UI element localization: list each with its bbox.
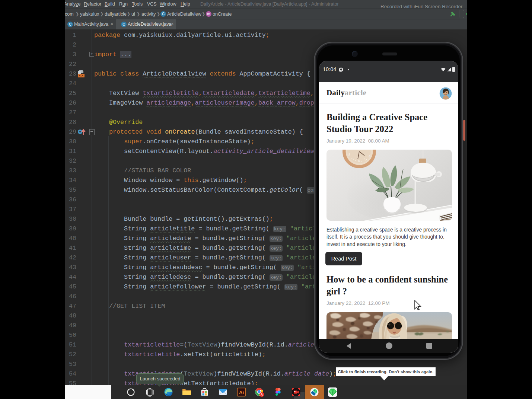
svg-text:7: 7 (353, 157, 354, 161)
svg-text:5: 5 (364, 158, 366, 162)
svg-text:8: 8 (348, 153, 350, 157)
svg-text:<>: <> (79, 74, 83, 78)
svg-text:6: 6 (358, 159, 360, 163)
svg-text:Ai: Ai (239, 390, 244, 395)
